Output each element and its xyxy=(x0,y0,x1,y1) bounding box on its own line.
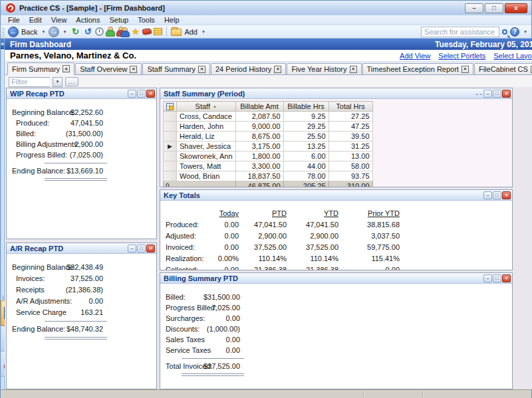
tab-24-period-history[interactable]: 24 Period History × xyxy=(211,63,286,74)
nav-expand-button[interactable]: » xyxy=(1,39,4,49)
menu-edit[interactable]: Edit xyxy=(25,16,47,24)
key-row: Adjusted: 0.00 2,900.00 2,900.00 3,037.5… xyxy=(160,231,512,242)
col-prior-ytd: Prior YTD xyxy=(338,208,400,219)
menu-tools[interactable]: Tools xyxy=(133,16,160,24)
menu-actions[interactable]: Actions xyxy=(71,16,104,24)
timesheet-clock-icon[interactable] xyxy=(95,27,104,36)
tab-close-icon[interactable]: × xyxy=(130,66,137,73)
panel-close-button[interactable]: × xyxy=(146,90,155,98)
tab-close-icon[interactable]: × xyxy=(274,66,281,73)
panel-collapse-chevron-icon[interactable]: ⌄⌄ xyxy=(474,90,483,98)
back-icon[interactable]: ← xyxy=(8,27,19,37)
toolbar-grip[interactable] xyxy=(2,27,5,37)
tab-staff-overview[interactable]: Staff Overview × xyxy=(75,63,142,74)
tab-filecabinet-cs[interactable]: FileCabinet CS × xyxy=(474,63,532,74)
row-selector[interactable] xyxy=(164,151,177,161)
tab-close-icon[interactable]: × xyxy=(198,66,205,73)
wip-panel-header[interactable]: WIP Recap PTD – □ × xyxy=(7,88,156,99)
tab-close-icon[interactable]: × xyxy=(462,66,469,73)
firm-row: Parnes, Velano, Martinez & Co. Add View … xyxy=(5,50,532,62)
maximize-button[interactable]: □ xyxy=(485,3,503,13)
col-header-total-hrs[interactable]: Total Hrs xyxy=(329,102,372,112)
ar-panel-header[interactable]: A/R Recap PTD – □ × xyxy=(7,243,156,254)
title-bar[interactable]: Practice CS - [Sample] - [Firm Dashboard… xyxy=(1,1,531,15)
clients-icon[interactable] xyxy=(116,27,128,37)
refresh-icon[interactable]: ↻ xyxy=(70,27,80,36)
menu-help[interactable]: Help xyxy=(160,16,184,24)
panel-maximize-button[interactable]: □ xyxy=(493,274,501,282)
tab-close-icon[interactable]: × xyxy=(350,66,357,73)
panel-minimize-button[interactable]: – xyxy=(128,245,136,252)
help-dropdown-icon[interactable]: ▼ xyxy=(523,30,527,34)
table-row[interactable]: Towers, Matt 3,300.00 44.00 58.00 xyxy=(164,161,373,171)
tab-five-year-history[interactable]: Five Year History × xyxy=(287,63,361,74)
panel-minimize-button[interactable]: – xyxy=(128,90,136,98)
staff-icon[interactable] xyxy=(106,27,114,37)
search-icon[interactable] xyxy=(502,29,507,35)
panel-close-button[interactable]: × xyxy=(502,274,511,282)
express-icon[interactable] xyxy=(142,28,152,35)
panel-close-button[interactable]: × xyxy=(502,90,511,98)
col-header-billable-amt[interactable]: Billable Amt xyxy=(235,102,283,112)
row-selector[interactable] xyxy=(164,161,177,171)
search-input[interactable] xyxy=(421,27,499,37)
table-row[interactable]: Herald, Liz 8,675.00 25.50 39.50 xyxy=(164,132,373,142)
close-button[interactable]: × xyxy=(505,3,527,13)
billing-panel-header[interactable]: Billing Summary PTD – □ × xyxy=(160,273,512,284)
cell-amt: 9,000.00 xyxy=(235,122,283,132)
row-selector[interactable] xyxy=(164,112,177,122)
key-value: 0.00 xyxy=(213,242,239,253)
row-selector[interactable] xyxy=(164,122,177,132)
minimize-button[interactable]: – xyxy=(465,3,483,13)
col-header-billable-hrs[interactable]: Billable Hrs xyxy=(283,102,329,112)
staff-panel-header[interactable]: Staff Summary (Period) ⌄⌄ – □ × xyxy=(160,88,512,99)
table-row[interactable]: Skowronek, Ann 1,800.00 6.00 13.00 xyxy=(164,151,373,161)
row-selector[interactable] xyxy=(164,171,177,181)
add-folder-icon[interactable] xyxy=(171,29,182,36)
current-row-pointer-icon[interactable]: ► xyxy=(164,142,177,151)
add-view-link[interactable]: Add View xyxy=(400,52,430,60)
favorites-star-icon[interactable]: ★ xyxy=(130,27,140,37)
forward-dropdown-icon[interactable]: ▼ xyxy=(63,30,66,34)
add-dropdown-icon[interactable]: ▼ xyxy=(201,30,205,34)
key-panel-header[interactable]: Key Totals – □ × xyxy=(160,190,512,201)
panel-maximize-button[interactable]: □ xyxy=(493,191,501,199)
filter-browse-button[interactable]: ... xyxy=(65,77,78,86)
back-dropdown-icon[interactable]: ▼ xyxy=(41,30,45,34)
col-header-staff[interactable]: Staff▲ xyxy=(177,102,236,112)
panel-minimize-button[interactable]: – xyxy=(483,90,492,98)
forward-icon[interactable]: → xyxy=(49,27,59,37)
add-button[interactable]: Add xyxy=(184,28,198,36)
app-logo-icon xyxy=(6,3,15,13)
panel-maximize-button[interactable]: □ xyxy=(137,90,146,98)
menu-view[interactable]: View xyxy=(47,16,72,24)
tab-staff-summary[interactable]: Staff Summary × xyxy=(142,63,210,74)
select-portlets-link[interactable]: Select Portlets xyxy=(438,52,485,60)
table-row[interactable]: Wood, Brian 18,837.50 78.00 93.75 xyxy=(164,171,373,181)
billing-panel-content: Billed:$31,500.00 Progress Billed:7,025.… xyxy=(160,284,512,389)
row-selector[interactable] xyxy=(164,132,177,142)
notes-icon[interactable] xyxy=(154,28,162,35)
back-button[interactable]: Back xyxy=(21,28,37,36)
menu-setup[interactable]: Setup xyxy=(104,16,133,24)
panel-close-button[interactable]: × xyxy=(502,191,511,199)
tab-firm-summary[interactable]: Firm Summary × xyxy=(7,62,74,75)
select-layout-link[interactable]: Select Layout xyxy=(493,52,532,60)
panel-maximize-button[interactable]: □ xyxy=(137,245,146,252)
column-chooser-cell[interactable] xyxy=(164,102,177,112)
filter-input[interactable] xyxy=(9,77,50,87)
panel-minimize-button[interactable]: – xyxy=(483,191,492,199)
filter-dropdown-icon[interactable]: ▼ xyxy=(53,77,63,87)
undo-icon[interactable]: ↺ xyxy=(82,27,93,36)
panel-close-button[interactable]: × xyxy=(146,245,155,252)
table-row[interactable]: Harden, John 9,000.00 29.25 47.25 xyxy=(164,122,373,132)
table-row-selected[interactable]: ► Shaver, Jessica 3,175.00 13.25 31.25 xyxy=(164,142,373,151)
panel-minimize-button[interactable]: – xyxy=(483,274,492,282)
panel-maximize-button[interactable]: □ xyxy=(493,90,501,98)
help-icon[interactable]: ? xyxy=(510,27,519,37)
table-row[interactable]: Cross, Candace 2,087.50 9.25 27.25 xyxy=(164,112,373,122)
tab-timesheet-exception-report[interactable]: Timesheet Exception Report × xyxy=(362,63,473,74)
row-value: (1,000.00) xyxy=(180,324,240,334)
tab-close-icon[interactable]: × xyxy=(63,65,70,72)
menu-file[interactable]: File xyxy=(3,16,25,24)
